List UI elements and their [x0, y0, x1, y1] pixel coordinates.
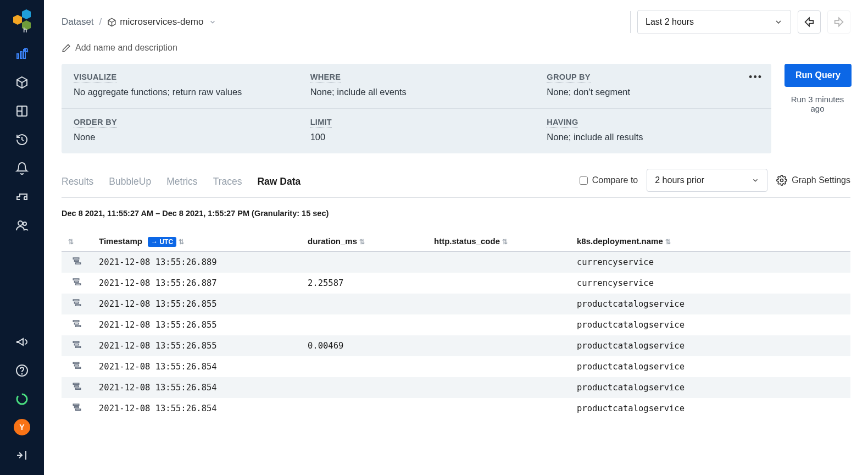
where-cell[interactable]: WHERE None; include all events	[298, 64, 535, 108]
tab-bubbleup[interactable]: BubbleUp	[109, 172, 151, 195]
groupby-label: GROUP BY	[547, 73, 590, 82]
breadcrumb-root[interactable]: Dataset	[62, 16, 94, 27]
nav-datasets-icon[interactable]	[9, 69, 35, 96]
nav-usage-icon[interactable]	[9, 386, 35, 412]
svg-rect-36	[76, 346, 81, 347]
compare-select[interactable]: 2 hours prior	[647, 169, 767, 192]
table-row[interactable]: 2021-12-08 13:55:26.854productcatalogser…	[62, 356, 850, 377]
chevron-down-icon[interactable]	[209, 18, 216, 26]
trace-icon[interactable]	[62, 335, 92, 356]
trace-icon[interactable]	[62, 377, 92, 398]
groupby-cell[interactable]: GROUP BY None; don't segment	[535, 64, 771, 108]
nav-announce-icon[interactable]	[9, 329, 35, 355]
table-row[interactable]: 2021-12-08 13:55:26.889currencyservice	[62, 252, 850, 273]
add-name-description[interactable]: Add name and description	[62, 43, 850, 53]
cell-deployment: productcatalogservice	[570, 377, 850, 398]
trace-icon[interactable]	[62, 273, 92, 294]
query-menu-button[interactable]: •••	[749, 71, 763, 83]
svg-rect-39	[76, 367, 81, 368]
trace-icon[interactable]	[62, 314, 92, 335]
time-forward-button	[827, 10, 850, 34]
breadcrumb-item-label: microservices-demo	[120, 16, 203, 27]
table-row[interactable]: 2021-12-08 13:55:26.854productcatalogser…	[62, 398, 850, 419]
table-row[interactable]: 2021-12-08 13:55:26.8550.00469productcat…	[62, 335, 850, 356]
nav-history-icon[interactable]	[9, 126, 35, 153]
svg-line-8	[27, 51, 28, 52]
svg-rect-25	[73, 279, 79, 280]
sort-icon[interactable]: ⇅	[502, 238, 508, 246]
col-timestamp[interactable]: Timestamp → UTC ⇅	[92, 231, 301, 252]
divider	[630, 11, 631, 33]
cell-status	[427, 335, 570, 356]
time-back-button[interactable]	[798, 10, 821, 34]
cell-status	[427, 273, 570, 294]
table-row[interactable]: 2021-12-08 13:55:26.8872.25587currencyse…	[62, 273, 850, 294]
compare-checkbox[interactable]	[580, 176, 588, 185]
nav-team-icon[interactable]	[9, 212, 35, 239]
cell-deployment: productcatalogservice	[570, 314, 850, 335]
table-row[interactable]: 2021-12-08 13:55:26.855productcatalogser…	[62, 314, 850, 335]
svg-rect-35	[75, 344, 79, 345]
svg-rect-34	[73, 341, 79, 343]
col-duration[interactable]: duration_ms ⇅	[301, 231, 427, 252]
svg-rect-38	[75, 365, 79, 366]
sort-icon[interactable]: ⇅	[359, 238, 365, 246]
visualize-cell[interactable]: VISUALIZE No aggregate functions; return…	[62, 64, 298, 108]
tab-traces[interactable]: Traces	[213, 172, 242, 195]
breadcrumb: Dataset / microservices-demo	[62, 16, 216, 27]
sort-icon[interactable]: ⇅	[179, 238, 184, 246]
col-status[interactable]: http.status_code ⇅	[427, 231, 570, 252]
table-row[interactable]: 2021-12-08 13:55:26.854productcatalogser…	[62, 377, 850, 398]
breadcrumb-dataset[interactable]: microservices-demo	[107, 16, 203, 27]
tab-metrics[interactable]: Metrics	[166, 172, 197, 195]
limit-value: 100	[310, 132, 523, 142]
sort-icon[interactable]: ⇅	[68, 238, 74, 246]
cell-timestamp: 2021-12-08 13:55:26.889	[92, 252, 301, 273]
query-builder: ••• VISUALIZE No aggregate functions; re…	[62, 64, 771, 153]
svg-rect-28	[73, 300, 79, 301]
table-row[interactable]: 2021-12-08 13:55:26.855productcatalogser…	[62, 294, 850, 314]
trace-icon[interactable]	[62, 356, 92, 377]
svg-rect-24	[76, 263, 81, 264]
compare-label: Compare to	[592, 175, 638, 185]
trace-icon[interactable]	[62, 294, 92, 314]
col-duration-label: duration_ms	[308, 236, 357, 246]
nav-alerts-icon[interactable]	[9, 155, 35, 181]
time-range-select[interactable]: Last 2 hours	[637, 10, 791, 34]
having-cell[interactable]: HAVING None; include all results	[535, 109, 771, 153]
cell-status	[427, 398, 570, 419]
trace-icon[interactable]	[62, 252, 92, 273]
where-label: WHERE	[310, 73, 341, 82]
run-query-button[interactable]: Run Query	[784, 64, 852, 87]
utc-badge[interactable]: → UTC	[148, 237, 176, 247]
nav-collapse-icon[interactable]	[9, 442, 35, 468]
nav-query-icon[interactable]	[9, 41, 35, 67]
cell-timestamp: 2021-12-08 13:55:26.854	[92, 356, 301, 377]
cell-deployment: productcatalogservice	[570, 398, 850, 419]
tab-rawdata[interactable]: Raw Data	[257, 172, 301, 195]
nav-help-icon[interactable]	[9, 357, 35, 384]
run-meta: Run 3 minutes ago	[784, 95, 850, 113]
col-deployment[interactable]: k8s.deployment.name ⇅	[570, 231, 850, 252]
limit-label: LIMIT	[310, 118, 332, 128]
nav-boards-icon[interactable]	[9, 98, 35, 124]
graph-settings-button[interactable]: Graph Settings	[776, 175, 850, 186]
graph-settings-label: Graph Settings	[792, 175, 850, 185]
svg-rect-30	[76, 305, 81, 306]
orderby-cell[interactable]: ORDER BY None	[62, 109, 298, 153]
having-value: None; include all results	[547, 132, 759, 142]
compare-toggle[interactable]: Compare to	[580, 175, 638, 185]
tab-results[interactable]: Results	[62, 172, 93, 195]
trace-icon[interactable]	[62, 398, 92, 419]
nav-slo-icon[interactable]	[9, 184, 35, 210]
avatar[interactable]: Y	[14, 419, 30, 435]
svg-rect-29	[75, 302, 79, 303]
svg-rect-42	[76, 388, 81, 389]
logo[interactable]: h	[8, 7, 36, 34]
sort-icon[interactable]: ⇅	[665, 238, 671, 246]
col-timestamp-label: Timestamp	[99, 236, 142, 246]
breadcrumb-sep: /	[99, 16, 102, 27]
groupby-value: None; don't segment	[547, 87, 759, 97]
gear-icon	[776, 175, 787, 186]
limit-cell[interactable]: LIMIT 100	[298, 109, 535, 153]
